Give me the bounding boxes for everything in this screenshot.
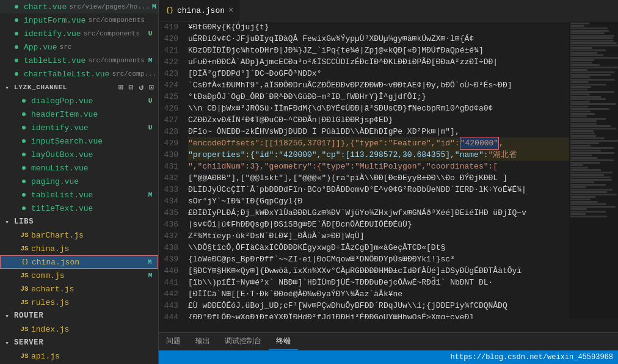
code-line: uFuÐ+nÐÐCÀ`ADp}AjmcECÐa³o²ÆÏSCCÙDIzÉÐcÏÐ… (188, 56, 569, 68)
file-name: barChart.js (31, 231, 84, 240)
file-path: src/components (88, 16, 144, 24)
vue-icon (20, 136, 29, 146)
sidebar-item-tablelist2[interactable]: tableList.vue M (0, 188, 158, 202)
file-name: comm.js (31, 271, 65, 280)
sidebar-item-app-vue[interactable]: App.vue src (0, 40, 158, 54)
code-line: Z²¾Mtïeyp·ük²DsN`ÐLÐ¥]_ÐÂüÀ`w>ÐÐ|WqÙ] (188, 230, 569, 242)
sidebar-item-identify-vue-2[interactable]: identify.vue U (0, 121, 158, 134)
refresh-icon[interactable]: ↺ (138, 82, 146, 92)
tab-close-button[interactable]: × (228, 5, 233, 15)
vue-icon (20, 190, 29, 200)
code-line: sOr°jY`~IÐ¾°IÐ{GqpCgyl{Ð (188, 195, 569, 207)
section-actions: ⊞ ⊟ ↺ ⊡ (117, 82, 156, 92)
file-badge: M (146, 57, 154, 64)
vue-icon (20, 150, 29, 159)
panel-tab-problems[interactable]: 问题 (159, 333, 188, 349)
file-path: src/view/pages/ho... (69, 3, 150, 10)
sidebar-item-identify-vue-1[interactable]: identify.vue src/components U (0, 27, 158, 40)
sidebar-item-china-json[interactable]: {} china.json M (0, 255, 158, 269)
js-icon: JS (20, 244, 29, 253)
tab-icon: {} (166, 7, 173, 14)
sidebar-item-chart-vue[interactable]: chart.vue src/view/pages/ho... M (0, 0, 158, 13)
code-line: [ÐÏÃ²gfÐÐPd°]`ÐC~ÐoGFÔ³NÐDx° (188, 68, 569, 79)
js-icon: JS (20, 297, 29, 307)
sidebar-item-tablelist-vue[interactable]: tableList.vue src/components M (0, 54, 158, 67)
new-folder-icon[interactable]: ⊟ (128, 82, 136, 92)
new-file-icon[interactable]: ⊞ (117, 82, 125, 92)
sidebar-item-api-js[interactable]: JS api.js (0, 349, 158, 363)
vue-icon (12, 15, 22, 25)
sidebar-item-titletext[interactable]: titleText.vue (0, 202, 158, 215)
sidebar-item-charttablelist-vue[interactable]: chartTableList.vue src/comp... (0, 67, 158, 81)
code-line: ["@@AÐBB"],["@@lskt"],["@@@«"){ra°pïÀ\\Ð… (188, 172, 569, 184)
file-name: api.js (31, 352, 60, 361)
sidebar-item-inputform-vue[interactable]: inputForm.vue src/components (0, 13, 158, 27)
vue-icon (20, 123, 29, 133)
section-router[interactable]: router (0, 309, 158, 322)
vue-icon (12, 56, 22, 65)
chevron-icon (2, 311, 12, 321)
sidebar-item-inputsearch[interactable]: inputSearch.vue (0, 134, 158, 148)
code-line: `CsÐfÀ«iÐUMhT9°,âÏSÐÔÐDruÂCZÐÔEÐÐvÐPZÐÐW… (188, 79, 569, 91)
json-icon: {} (20, 257, 30, 267)
file-name: dialogPop.vue (31, 96, 93, 106)
sidebar-item-barchart[interactable]: JS barChart.js (0, 228, 158, 242)
vue-icon (12, 29, 22, 38)
file-name: tableList.vue (31, 191, 93, 200)
minimap-content (569, 21, 618, 319)
vue-icon (20, 163, 29, 173)
code-line: £Ù wÐÐEÔÉóJ.üBoj_UÐ;cF¹[Wv⊞PÇwÐhuÔyBFÐÐ`… (188, 300, 569, 311)
code-line: £ÐÏÐÏyPLÐÁ;Ðj_kWÐxYlÙaÐÐÐLGz⊞¾ÐV`WjüYo¾Z… (188, 207, 569, 219)
panel-tab-output[interactable]: 输出 (188, 333, 217, 349)
code-content[interactable]: ¥ÐtGÐRy{K{Ójuj{t}uÉRÐi0v¢C·JFjuÐÏyqÏÐàQÂ… (183, 21, 569, 319)
vue-icon (20, 177, 29, 186)
file-name: menuList.vue (31, 164, 89, 173)
status-bar: https://blog.csdn.net/weixin_45593968 (159, 351, 618, 364)
sidebar-item-china-js[interactable]: JS china.js (0, 242, 158, 255)
sidebar-item-headeritem[interactable]: headerItem.vue (0, 107, 158, 121)
sidebar-item-paging[interactable]: paging.vue (0, 175, 158, 188)
editor-tab-china-json[interactable]: {} china.json × (159, 0, 241, 21)
file-badge: U (146, 30, 154, 37)
file-name: china.json (32, 258, 79, 267)
vue-icon (12, 2, 22, 12)
file-name: identify.vue (31, 123, 89, 133)
file-path: src (60, 43, 72, 51)
chevron-icon (2, 82, 12, 92)
js-icon: JS (20, 230, 29, 240)
sidebar-item-menulist[interactable]: menuList.vue (0, 161, 158, 175)
collapse-icon[interactable]: ⊡ (148, 82, 156, 92)
sidebar-item-index-js[interactable]: JS index.js (0, 322, 158, 336)
sidebar-item-layoutbox[interactable]: layOutBox.vue (0, 148, 158, 161)
file-name: paging.vue (31, 177, 79, 186)
file-badge: U (146, 124, 154, 131)
vue-icon (20, 203, 29, 213)
tab-bar: {} china.json × (159, 0, 618, 21)
file-name: App.vue (24, 43, 57, 52)
section-server[interactable]: server (0, 336, 158, 349)
sidebar-item-rules-js[interactable]: JS rules.js (0, 296, 158, 309)
sidebar-item-dialogpop[interactable]: dialogPop.vue U (0, 94, 158, 107)
code-line: ¥ÐtGÐRy{K{Ójuj{t} (188, 21, 569, 33)
file-badge: M (145, 258, 154, 266)
section-label: LYZK_CHANNEL (14, 84, 67, 91)
section-libs[interactable]: libs (0, 215, 158, 228)
code-line: [ÐÏÏCà`N⊞[[E·T·Ðk`ÐÐoé@ÀÐ¾wÐyaÝÐY\¾Ãaz`ä… (188, 288, 569, 300)
file-path: src/components (84, 30, 140, 37)
sidebar-item-comm-js[interactable]: JS comm.js M (0, 269, 158, 282)
sidebar-item-echart-js[interactable]: JS echart.js (0, 282, 158, 296)
code-line: "encodeOffsets":[[118256,37017]]},{"type… (188, 137, 569, 149)
vue-icon (12, 69, 22, 79)
file-badge: M (146, 191, 154, 198)
file-name: rules.js (31, 298, 69, 307)
section-label: router (14, 311, 44, 320)
panel-tab-debug[interactable]: 调试控制台 (217, 333, 269, 349)
file-name: chartTableList.vue (24, 70, 109, 79)
file-badge: U (146, 97, 154, 104)
file-name: echart.js (31, 285, 74, 294)
file-name: titleText.vue (31, 204, 93, 213)
panel-tab-terminal[interactable]: 终端 (269, 333, 298, 350)
section-lyzk-channel[interactable]: LYZK_CHANNEL ⊞ ⊟ ↺ ⊡ (0, 81, 158, 94)
code-line: [§ÐCY⊞§HK⊞«Qy⊞]{Ðwwöâ,ïxXn¾XXv°CÀµRGÐÐÐÐ… (188, 265, 569, 277)
tab-label: china.json (177, 6, 225, 15)
